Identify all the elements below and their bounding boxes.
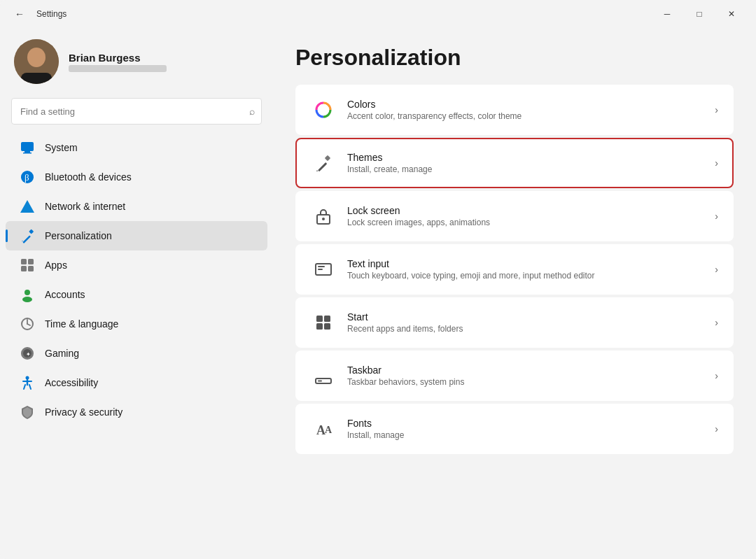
- svg-rect-40: [316, 323, 323, 330]
- svg-line-28: [29, 385, 31, 389]
- textinput-title: Text input: [347, 258, 704, 269]
- svg-point-17: [22, 297, 32, 302]
- search-icon: ⌕: [249, 106, 255, 117]
- svg-rect-30: [318, 162, 327, 171]
- svg-marker-10: [22, 241, 23, 241]
- setting-start[interactable]: Start Recent apps and items, folders ›: [295, 297, 734, 348]
- svg-text:✦: ✦: [26, 351, 31, 358]
- time-icon: [20, 316, 35, 332]
- system-label: System: [45, 142, 78, 153]
- setting-textinput[interactable]: Text input Touch keyboard, voice typing,…: [295, 244, 734, 295]
- taskbar-title: Taskbar: [347, 365, 704, 376]
- svg-marker-31: [316, 170, 318, 171]
- start-text: Start Recent apps and items, folders: [347, 311, 704, 334]
- user-info: Brian Burgess: [69, 52, 167, 72]
- svg-rect-13: [28, 259, 34, 264]
- settings-list: Colors Accent color, transparency effect…: [295, 85, 734, 454]
- fonts-chevron: ›: [715, 423, 718, 434]
- svg-rect-38: [316, 316, 323, 322]
- apps-icon: [20, 257, 35, 273]
- svg-point-16: [24, 290, 30, 295]
- sidebar-item-apps[interactable]: Apps: [6, 250, 267, 280]
- svg-point-1: [27, 48, 46, 67]
- svg-rect-32: [325, 155, 330, 161]
- avatar: [14, 39, 59, 84]
- svg-rect-39: [324, 316, 330, 322]
- svg-rect-41: [324, 323, 330, 330]
- maximize-button[interactable]: □: [683, 3, 715, 25]
- fonts-desc: Install, manage: [347, 430, 704, 440]
- content-area: Brian Burgess ⌕ System: [0, 28, 756, 559]
- titlebar: ← Settings ─ □ ✕: [0, 0, 756, 28]
- minimize-button[interactable]: ─: [651, 3, 683, 25]
- sidebar: Brian Burgess ⌕ System: [0, 28, 273, 559]
- gaming-icon: ✦: [20, 346, 35, 361]
- svg-rect-15: [28, 266, 34, 271]
- svg-rect-43: [318, 381, 322, 382]
- svg-text:A: A: [325, 425, 332, 435]
- textinput-text: Text input Touch keyboard, voice typing,…: [347, 258, 704, 281]
- svg-rect-11: [29, 229, 34, 234]
- start-icon: [311, 310, 336, 335]
- lockscreen-desc: Lock screen images, apps, animations: [347, 218, 704, 227]
- bluetooth-icon: β: [20, 169, 35, 185]
- system-icon: [20, 140, 35, 155]
- sidebar-item-bluetooth[interactable]: β Bluetooth & devices: [6, 162, 267, 192]
- textinput-icon: [311, 257, 336, 282]
- svg-rect-36: [318, 266, 325, 267]
- nav-list: System β Bluetooth & devices Network & i…: [0, 133, 273, 427]
- svg-rect-5: [23, 153, 31, 154]
- sidebar-item-privacy[interactable]: Privacy & security: [6, 397, 267, 427]
- sidebar-item-gaming[interactable]: ✦ Gaming: [6, 339, 267, 368]
- colors-desc: Accent color, transparency effects, colo…: [347, 111, 704, 121]
- search-box: ⌕: [11, 98, 262, 125]
- personalization-label: Personalization: [45, 230, 112, 241]
- accounts-label: Accounts: [45, 289, 85, 300]
- network-label: Network & internet: [45, 201, 125, 212]
- active-indicator: [6, 229, 8, 242]
- search-input[interactable]: [11, 98, 262, 125]
- time-label: Time & language: [45, 318, 118, 330]
- svg-line-20: [27, 324, 30, 325]
- bluetooth-label: Bluetooth & devices: [45, 171, 132, 183]
- sidebar-item-network[interactable]: Network & internet: [6, 192, 267, 221]
- titlebar-title: Settings: [36, 9, 66, 19]
- textinput-chevron: ›: [715, 264, 718, 275]
- fonts-text: Fonts Install, manage: [347, 418, 704, 440]
- svg-rect-37: [318, 269, 323, 270]
- sidebar-item-accessibility[interactable]: Accessibility: [6, 368, 267, 397]
- personalization-icon: [20, 228, 35, 243]
- user-section[interactable]: Brian Burgess: [0, 28, 273, 98]
- user-name: Brian Burgess: [69, 52, 167, 64]
- page-title: Personalization: [295, 45, 734, 71]
- sidebar-item-personalization[interactable]: Personalization: [6, 221, 267, 250]
- sidebar-item-accounts[interactable]: Accounts: [6, 280, 267, 309]
- settings-window: ← Settings ─ □ ✕ Brian Burgess: [0, 0, 756, 559]
- svg-point-34: [322, 218, 325, 220]
- themes-text: Themes Install, create, manage: [347, 152, 704, 174]
- setting-themes[interactable]: Themes Install, create, manage ›: [295, 138, 734, 188]
- svg-rect-9: [22, 235, 31, 243]
- lockscreen-icon: [311, 204, 336, 229]
- themes-desc: Install, create, manage: [347, 164, 704, 174]
- accounts-icon: [20, 287, 35, 302]
- back-button[interactable]: ←: [8, 3, 31, 25]
- privacy-icon: [20, 404, 35, 420]
- setting-colors[interactable]: Colors Accent color, transparency effect…: [295, 85, 734, 135]
- avatar-image: [14, 39, 59, 84]
- setting-taskbar[interactable]: Taskbar Taskbar behaviors, system pins ›: [295, 351, 734, 401]
- close-button[interactable]: ✕: [715, 3, 748, 25]
- sidebar-item-time[interactable]: Time & language: [6, 309, 267, 339]
- setting-fonts[interactable]: AA Fonts Install, manage ›: [295, 404, 734, 454]
- colors-chevron: ›: [715, 104, 718, 115]
- start-title: Start: [347, 311, 704, 323]
- svg-text:β: β: [24, 172, 29, 183]
- lockscreen-chevron: ›: [715, 211, 718, 222]
- themes-title: Themes: [347, 152, 704, 163]
- setting-lockscreen[interactable]: Lock screen Lock screen images, apps, an…: [295, 191, 734, 241]
- back-icon: ←: [15, 8, 24, 20]
- taskbar-chevron: ›: [715, 370, 718, 381]
- sidebar-item-system[interactable]: System: [6, 133, 267, 162]
- main-content: Personalization Colors Accent color, tra…: [273, 28, 756, 559]
- svg-line-27: [24, 385, 25, 389]
